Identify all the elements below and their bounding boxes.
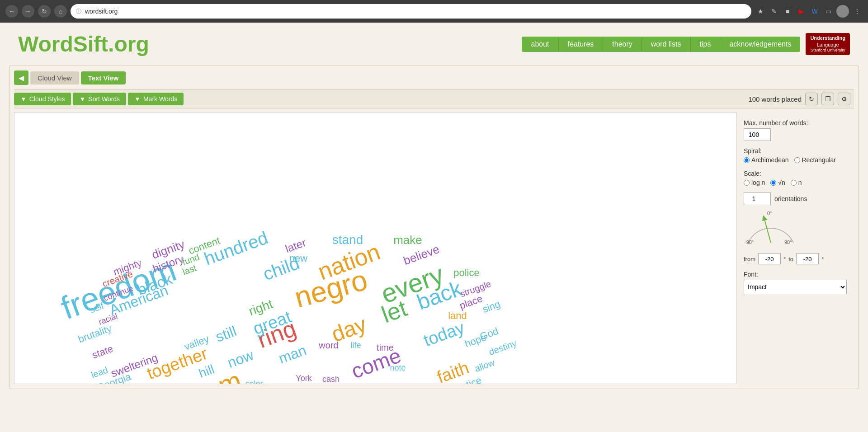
- scale-logn-radio[interactable]: [744, 180, 750, 186]
- back-button[interactable]: ←: [5, 5, 18, 18]
- extension-icon[interactable]: ■: [782, 6, 793, 17]
- to-angle-input[interactable]: [796, 254, 819, 264]
- stanford-line3: Stanford University: [810, 48, 845, 53]
- pencil-icon[interactable]: ✎: [769, 6, 779, 17]
- word-land[interactable]: land: [448, 311, 467, 321]
- word-word[interactable]: word: [319, 341, 338, 350]
- word-lead[interactable]: lead: [90, 365, 109, 380]
- max-words-input[interactable]: [744, 128, 771, 141]
- scale-n-radio[interactable]: [791, 180, 797, 186]
- scale-sqrtn-label: √n: [778, 179, 785, 186]
- nav-acknowledgements[interactable]: acknowledgements: [720, 37, 800, 52]
- cloud-styles-label: Cloud Styles: [29, 95, 65, 103]
- word-God[interactable]: God: [479, 326, 500, 342]
- spiral-rectangular-label: Rectangular: [802, 156, 836, 164]
- tab-cloud-view[interactable]: Cloud View: [30, 71, 79, 85]
- words-placed-text: 100 words placed: [748, 95, 802, 103]
- nav-about[interactable]: about: [522, 37, 558, 52]
- word-sing[interactable]: sing: [481, 299, 501, 315]
- url-text: wordsift.org: [85, 8, 118, 15]
- back-view-button[interactable]: ◀: [14, 70, 28, 85]
- home-button[interactable]: ⌂: [54, 5, 67, 18]
- settings-button[interactable]: ⚙: [838, 93, 850, 105]
- puzzle-icon[interactable]: ▭: [823, 6, 834, 17]
- word-today[interactable]: today: [421, 319, 467, 349]
- word-York[interactable]: York: [296, 374, 311, 382]
- font-label: Font:: [744, 271, 847, 278]
- w-icon[interactable]: W: [809, 6, 820, 17]
- mark-words-button[interactable]: ▼ Mark Words: [128, 93, 184, 105]
- word-later[interactable]: later: [284, 237, 307, 255]
- scale-logn-label: log n: [751, 179, 765, 186]
- orientations-input[interactable]: [744, 193, 771, 205]
- security-icon: ⓘ: [76, 8, 81, 15]
- spiral-archimedean-option: Archimedean: [744, 156, 789, 164]
- word-brutality[interactable]: brutality: [77, 323, 113, 344]
- sort-words-button[interactable]: ▼ Sort Words: [73, 93, 126, 105]
- max-words-label: Max. number of words:: [744, 119, 847, 127]
- bookmark-icon[interactable]: ★: [755, 6, 766, 17]
- sidebar: Max. number of words: Spiral: Archimedea…: [736, 112, 854, 384]
- reload-button[interactable]: ↻: [38, 5, 51, 18]
- word-note[interactable]: note: [390, 364, 406, 372]
- tab-text-view[interactable]: Text View: [81, 71, 126, 85]
- degree-from: °: [783, 256, 786, 263]
- nav-tips[interactable]: tips: [691, 37, 721, 52]
- main-nav: about features theory word lists tips ac…: [522, 37, 800, 52]
- svg-text:-90°: -90°: [745, 239, 754, 245]
- word-destiny[interactable]: destiny: [488, 338, 518, 357]
- content-wrapper: ◀ Cloud View Text View ▼ Cloud Styles ▼ …: [9, 66, 859, 389]
- word-time[interactable]: time: [377, 343, 394, 352]
- avatar[interactable]: [836, 5, 849, 18]
- word-man[interactable]: man: [277, 343, 308, 366]
- funnel-icon: ▼: [20, 95, 27, 103]
- cloud-toolbar: ▼ Cloud Styles ▼ Sort Words ▼ Mark Words…: [14, 89, 854, 108]
- word-now[interactable]: now: [226, 347, 255, 370]
- svg-text:90°: 90°: [784, 239, 792, 245]
- dial-svg: -90° 90° 0°: [744, 209, 798, 249]
- font-row: Font: Impact Arial Georgia Times New Rom…: [744, 271, 847, 294]
- youtube-icon[interactable]: ▶: [796, 6, 807, 17]
- word-state[interactable]: state: [91, 344, 114, 361]
- scale-label: Scale:: [744, 170, 847, 177]
- menu-icon[interactable]: ⋮: [852, 6, 863, 17]
- word-color[interactable]: color: [245, 380, 263, 384]
- nav-theory[interactable]: theory: [603, 37, 642, 52]
- to-label: to: [788, 256, 793, 263]
- forward-button[interactable]: →: [22, 5, 34, 18]
- site-header: WordSift.org about features theory word …: [0, 23, 868, 61]
- stanford-line2: Language: [810, 42, 845, 48]
- cloud-area: freedomnegroeverydreamnationringjusticed…: [14, 112, 736, 384]
- word-police[interactable]: police: [453, 268, 479, 278]
- nav-word-lists[interactable]: word lists: [642, 37, 691, 52]
- stanford-line1: Understanding: [810, 35, 845, 41]
- word-new[interactable]: new: [289, 254, 307, 263]
- word-allow[interactable]: allow: [473, 358, 496, 373]
- scale-n-option: n: [791, 179, 802, 186]
- word-make[interactable]: make: [393, 234, 422, 246]
- address-bar[interactable]: ⓘ wordsift.org: [71, 4, 751, 19]
- word-stand[interactable]: stand: [332, 234, 363, 246]
- word-life[interactable]: life: [350, 341, 361, 349]
- word-long[interactable]: long: [128, 382, 163, 384]
- refresh-button[interactable]: ↻: [805, 93, 818, 105]
- font-select[interactable]: Impact Arial Georgia Times New Roman Cou…: [744, 280, 847, 294]
- spiral-radio-group: Archimedean Rectangular: [744, 156, 847, 164]
- scale-sqrtn-radio[interactable]: [770, 180, 776, 186]
- word-still[interactable]: still: [214, 324, 238, 344]
- svg-line-3: [764, 218, 771, 243]
- cloud-styles-button[interactable]: ▼ Cloud Styles: [14, 93, 71, 105]
- word-able[interactable]: able: [393, 378, 432, 384]
- browser-chrome: ← → ↻ ⌂ ⓘ wordsift.org ★ ✎ ■ ▶ W ▭ ⋮: [0, 0, 868, 23]
- spiral-rectangular-radio[interactable]: [794, 157, 800, 163]
- from-angle-input[interactable]: [758, 254, 781, 264]
- sort-words-label: Sort Words: [88, 95, 120, 103]
- scale-n-label: n: [798, 179, 802, 186]
- sort-funnel-icon: ▼: [79, 95, 85, 103]
- site-logo: WordSift.org: [18, 32, 149, 56]
- word-cash[interactable]: cash: [322, 375, 340, 383]
- word-cloud: freedomnegroeverydreamnationringjusticed…: [14, 113, 736, 384]
- expand-button[interactable]: ❐: [821, 93, 834, 105]
- spiral-archimedean-radio[interactable]: [744, 157, 750, 163]
- nav-features[interactable]: features: [559, 37, 604, 52]
